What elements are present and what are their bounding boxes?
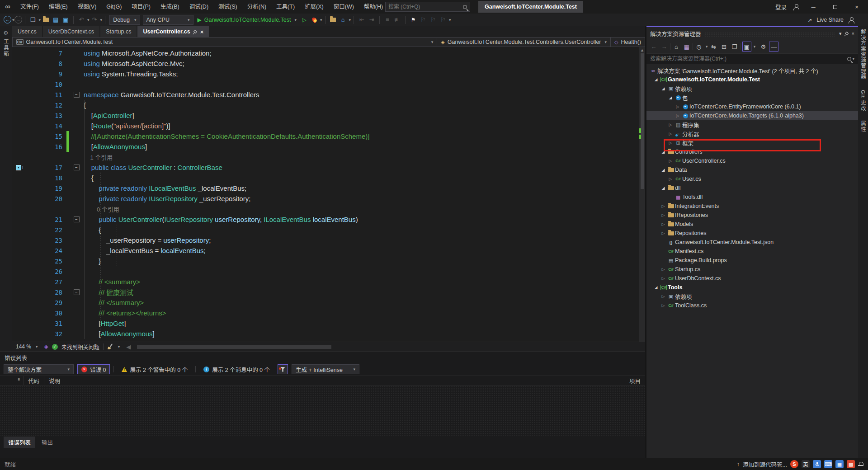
code-line[interactable]: 22 {	[12, 225, 645, 235]
scroll-left-icon[interactable]: ◀	[124, 342, 133, 352]
code-line[interactable]: 14 [Route("api/user/[action]")]	[12, 121, 645, 131]
previous-bookmark-icon[interactable]: ⚐	[419, 15, 428, 25]
expanded-arrow-icon[interactable]: ◢	[660, 150, 667, 154]
document-tab-Startup.cs[interactable]: Startup.cs	[100, 26, 137, 37]
description-column[interactable]: 说明	[44, 376, 625, 385]
indent-decrease-icon[interactable]: ⇤	[357, 15, 366, 25]
tree-item-分析器[interactable]: ▷≡分析器	[646, 129, 858, 138]
tree-item-框架[interactable]: ▷⊞框架	[646, 138, 858, 147]
pending-changes-filter-icon[interactable]: ◷	[694, 42, 703, 52]
menu-item-4[interactable]: 项目(P)	[127, 0, 156, 14]
save-icon[interactable]: ▤	[51, 15, 60, 25]
code-line[interactable]: 28− /// 健康测试	[12, 287, 645, 297]
code-cleanup-icon[interactable]	[107, 343, 113, 350]
code-line[interactable]: 26	[12, 266, 645, 277]
code-line[interactable]: 30 /// <returns></returns>	[12, 308, 645, 318]
code-line[interactable]: 24 _localEventBus = localEventBus;	[12, 245, 645, 256]
solution-search-input[interactable]	[650, 56, 847, 62]
close-panel-icon[interactable]: ×	[852, 31, 854, 36]
collapse-icon[interactable]: −	[74, 164, 80, 170]
collapsed-arrow-icon[interactable]: ▷	[660, 231, 667, 235]
undo-icon[interactable]: ↶	[77, 15, 86, 25]
add-to-source-control-button[interactable]: 添加到源代码管...	[743, 460, 787, 469]
tree-item-Data[interactable]: ◢Data	[646, 165, 858, 174]
find-in-files-icon[interactable]	[329, 15, 338, 25]
toolbox-vertical-tab[interactable]: 工具箱	[2, 39, 9, 57]
collapsed-arrow-icon[interactable]: ▷	[667, 177, 674, 181]
solution-search-box[interactable]: ▾	[646, 53, 858, 64]
tree-item-Models[interactable]: ▷Models	[646, 220, 858, 229]
scroll-up-icon[interactable]: ▲	[640, 48, 644, 52]
menu-item-9[interactable]: 工具(T)	[271, 0, 300, 14]
home-icon[interactable]: ⌂	[672, 42, 681, 52]
tree-item-Controllers[interactable]: ◢Controllers	[646, 147, 858, 156]
close-tab-icon[interactable]: ×	[200, 28, 204, 35]
errors-filter-button[interactable]: ×错误 0	[77, 364, 110, 374]
collapsed-arrow-icon[interactable]: ▷	[660, 294, 667, 299]
editor-vertical-scrollbar[interactable]: ▲	[639, 47, 645, 342]
breadcrumb-project-dropdown[interactable]: C# Ganweisoft.IoTCenter.Module.Test ▾	[12, 37, 437, 47]
ime-toolbox-icon[interactable]: ▩	[847, 460, 855, 468]
menu-item-6[interactable]: 调试(D)	[184, 0, 213, 14]
code-line[interactable]: 13 [ApiController]	[12, 110, 645, 121]
tree-item-IoTCenterCore.Module.Targets (6.1.0-alpha3)[interactable]: ▷IoTCenterCore.Module.Targets (6.1.0-alp…	[646, 111, 858, 120]
menu-item-2[interactable]: 视图(V)	[73, 0, 102, 14]
code-line[interactable]: 8using Microsoft.AspNetCore.Mvc;	[12, 58, 645, 69]
save-all-icon[interactable]: ▣	[61, 15, 70, 25]
track-active-item-toggle[interactable]: —	[769, 42, 778, 52]
solution-explorer-window-icon[interactable]: ⌂	[339, 15, 348, 25]
collapsed-arrow-icon[interactable]: ▷	[660, 267, 667, 272]
open-file-icon[interactable]	[41, 15, 50, 25]
uncomment-icon[interactable]: ≢	[393, 15, 402, 25]
tree-item-Manifest.cs[interactable]: C#Manifest.cs	[646, 247, 858, 256]
show-all-files-toggle[interactable]: ▣	[742, 42, 751, 52]
collapsed-arrow-icon[interactable]: ▷	[674, 104, 681, 109]
menu-item-10[interactable]: 扩展(X)	[300, 0, 329, 14]
tree-item-包[interactable]: ◢包	[646, 93, 858, 102]
breadcrumb-member-dropdown[interactable]: ◇ Health()	[611, 37, 645, 47]
tree-item-IntegrationEvents[interactable]: ▷IntegrationEvents	[646, 202, 858, 211]
filter-button[interactable]	[278, 364, 288, 374]
next-bookmark-icon[interactable]: ⚐	[429, 15, 438, 25]
expanded-arrow-icon[interactable]: ◢	[667, 95, 674, 100]
code-line[interactable]: 15 //[Authorize(AuthenticationSchemes = …	[12, 131, 645, 141]
collapsed-arrow-icon[interactable]: ▷	[667, 122, 674, 127]
quick-search-box[interactable]	[385, 2, 470, 12]
collapse-icon[interactable]: −	[74, 92, 80, 98]
project-column[interactable]: 项目	[625, 376, 645, 385]
bookmark-icon[interactable]: ⚑	[409, 15, 418, 25]
sogou-ime-icon[interactable]: S	[790, 460, 798, 468]
menu-item-11[interactable]: 窗口(W)	[329, 0, 359, 14]
tree-item-Package.Build.props[interactable]: ▤Package.Build.props	[646, 256, 858, 265]
source-dropdown[interactable]: 生成 + IntelliSense▾	[292, 364, 359, 374]
redo-icon[interactable]: ↷	[90, 15, 99, 25]
intellicode-icon[interactable]: ◈	[44, 343, 48, 350]
indent-increase-icon[interactable]: ⇥	[367, 15, 376, 25]
tree-item-Startup.cs[interactable]: ▷C#Startup.cs	[646, 265, 858, 274]
collapsed-arrow-icon[interactable]: ▷	[660, 204, 667, 208]
collapsed-arrow-icon[interactable]: ▷	[660, 222, 667, 226]
tree-item-UserDbContext.cs[interactable]: ▷C#UserDbContext.cs	[646, 274, 858, 283]
tree-item-程序集[interactable]: ▷▤程序集	[646, 120, 858, 129]
comment-icon[interactable]: ≡	[383, 15, 392, 25]
code-line-codelens[interactable]: 0 个引用	[12, 204, 645, 214]
ime-language-indicator[interactable]: 英	[802, 460, 810, 468]
pin-tab-icon[interactable]	[193, 30, 197, 33]
scope-dropdown[interactable]: 整个解决方案▾	[4, 364, 74, 374]
code-line[interactable]: 27 // <summary>	[12, 277, 645, 287]
tree-item-Tools.dll[interactable]: ▦Tools.dll	[646, 193, 858, 202]
menu-item-12[interactable]: 帮助(H)	[359, 0, 388, 14]
code-editor[interactable]: 7using Microsoft.AspNetCore.Authorizatio…	[12, 47, 645, 342]
collapsed-arrow-icon[interactable]: ▷	[667, 132, 674, 136]
code-line[interactable]: 11−namespace Ganweisoft.IoTCenter.Module…	[12, 89, 645, 100]
hot-reload-icon[interactable]	[310, 15, 319, 25]
window-position-dropdown-icon[interactable]: ▾	[839, 31, 842, 37]
panel-tab-输出[interactable]: 输出	[37, 437, 57, 448]
quick-search-input[interactable]	[388, 4, 463, 10]
tree-item-依赖项[interactable]: ▷▣依赖项	[646, 292, 858, 301]
notifications-bell-icon[interactable]	[858, 461, 863, 467]
code-line[interactable]: 10	[12, 79, 645, 89]
code-line[interactable]: 29 /// </summary>	[12, 297, 645, 308]
close-button[interactable]: ×	[849, 4, 864, 10]
collapsed-arrow-icon[interactable]: ▷	[660, 303, 667, 308]
